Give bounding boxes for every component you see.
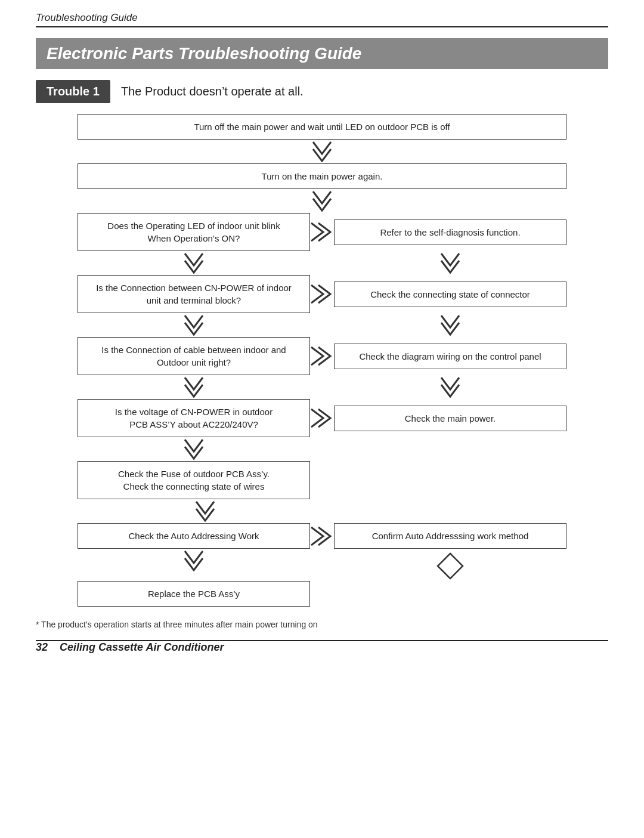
flow-box-row5-left: Check the Auto Addressing Work xyxy=(78,523,310,549)
flow-box-row3-right: Check the diagram wiring on the control … xyxy=(334,344,566,369)
arrow-down-7-wrap xyxy=(78,499,566,523)
flow-box-row2-left: Is the Connection between CN-POWER of in… xyxy=(78,275,310,313)
arrow-down-4 xyxy=(182,314,205,336)
flow-row-2-left-col: Is the Connection between CN-POWER of in… xyxy=(78,275,310,313)
arrow-down-2 xyxy=(311,190,333,212)
flow-row-1: Does the Operating LED of indoor unit bl… xyxy=(78,213,566,251)
arrow-right-3 xyxy=(310,345,334,367)
trouble-badge: Trouble 1 xyxy=(36,80,110,103)
flow-box-row5-right: Confirm Auto Addresssing work method xyxy=(334,523,566,549)
top-label: Troubleshooting Guide xyxy=(36,12,608,24)
arrows-row-2 xyxy=(78,313,566,337)
arrow-down-5r xyxy=(439,376,462,398)
top-divider xyxy=(36,26,608,27)
arrow-down-6 xyxy=(182,438,205,460)
flow-box-5-wrapper: Check the Fuse of outdoor PCB Ass’y. Che… xyxy=(78,461,566,499)
flow-box-1: Turn off the main power and wait until L… xyxy=(78,114,566,140)
arrow-right-down-1 xyxy=(334,251,566,275)
title-bar: Electronic Parts Troubleshooting Guide xyxy=(36,38,608,69)
arrow-down-7 xyxy=(194,500,216,522)
trouble-row: Trouble 1 The Product doesn’t operate at… xyxy=(36,80,608,103)
diamond-icon xyxy=(435,551,465,581)
arrow-right-5 xyxy=(310,525,334,548)
arrows-row-5 xyxy=(78,549,566,581)
arrow-down-1 xyxy=(311,141,333,162)
flow-box-row4-right: Check the main power. xyxy=(334,406,566,431)
svg-marker-0 xyxy=(438,553,463,579)
flow-row-4: Is the voltage of CN-POWER in outdoor PC… xyxy=(78,399,566,437)
arrows-row-4 xyxy=(78,437,566,461)
arrows-row-1 xyxy=(78,251,566,275)
arrow-right-1 xyxy=(310,221,334,243)
arrow-down-3 xyxy=(182,252,205,274)
flow-box-6: Replace the PCB Ass’y xyxy=(78,581,310,607)
footer-note: * The product’s operation starts at thre… xyxy=(36,620,608,629)
flow-row-1-left-col: Does the Operating LED of indoor unit bl… xyxy=(78,213,310,251)
flow-box-row2-right: Check the connecting state of connector xyxy=(334,282,566,307)
footer-bar: 32 Ceiling Cassette Air Conditioner xyxy=(36,641,608,654)
page: Troubleshooting Guide Electronic Parts T… xyxy=(0,0,644,838)
arrow-left-down-1 xyxy=(78,251,310,275)
flow-row-2-right-col: Check the connecting state of connector xyxy=(334,282,566,307)
flowchart: Turn off the main power and wait until L… xyxy=(36,114,608,607)
flow-row-1-right-col: Refer to the self-diagnosis function. xyxy=(334,219,566,245)
flow-box-2: Turn on the main power again. xyxy=(78,163,566,189)
arrow-down-4r xyxy=(439,314,462,336)
footer-label: Ceiling Cassette Air Conditioner xyxy=(60,641,224,654)
trouble-description: The Product doesn’t operate at all. xyxy=(121,85,304,98)
flow-box-6-wrapper: Replace the PCB Ass’y xyxy=(78,581,566,607)
arrow-down-8 xyxy=(182,550,205,571)
flow-row-5: Check the Auto Addressing Work Confirm A… xyxy=(78,523,566,549)
footer-page-number: 32 xyxy=(36,641,48,654)
arrow-down-5 xyxy=(182,376,205,398)
flow-row-3: Is the Connection of cable between indoo… xyxy=(78,337,566,375)
flow-row-2: Is the Connection between CN-POWER of in… xyxy=(78,275,566,313)
flow-box-row1-left: Does the Operating LED of indoor unit bl… xyxy=(78,213,310,251)
arrow-down-3r xyxy=(439,252,462,274)
flow-box-5: Check the Fuse of outdoor PCB Ass’y. Che… xyxy=(78,461,310,499)
arrow-right-2 xyxy=(310,283,334,305)
flow-box-row4-left: Is the voltage of CN-POWER in outdoor PC… xyxy=(78,399,310,437)
flow-box-row3-left: Is the Connection of cable between indoo… xyxy=(78,337,310,375)
page-title: Electronic Parts Troubleshooting Guide xyxy=(47,44,597,63)
arrow-right-4 xyxy=(310,407,334,429)
arrows-row-3 xyxy=(78,375,566,399)
flow-box-row1-right: Refer to the self-diagnosis function. xyxy=(334,219,566,245)
